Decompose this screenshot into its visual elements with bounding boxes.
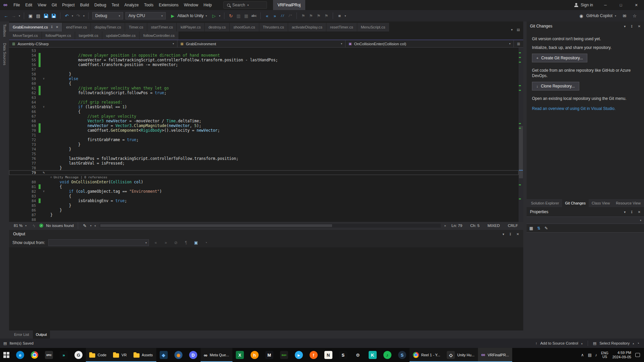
start-button[interactable] [0, 348, 13, 362]
start-caret-icon[interactable]: ▾ [219, 14, 220, 17]
tab-grabenvironment-cs[interactable]: GrabEnvironment.cs↧✕ [9, 23, 62, 32]
properties-pin-icon[interactable]: ↧ [630, 210, 633, 214]
medal-icon[interactable]: M [262, 348, 277, 362]
code-row[interactable]: 76 lastHandPos = followtrackingScript.co… [9, 156, 519, 161]
notifications-bell-icon[interactable]: ◔ [637, 341, 639, 345]
output-pin-icon[interactable]: ↧ [509, 232, 512, 236]
add-to-source-control-button[interactable]: Add to Source Control [540, 341, 578, 345]
properties-property-pages-icon[interactable]: ✎ [544, 226, 548, 231]
output-close-icon[interactable]: ✕ [517, 232, 519, 236]
comment-icon[interactable]: // [280, 12, 285, 19]
code-folder-window[interactable]: Code [86, 348, 110, 362]
bookmark-window-icon[interactable]: ⚑ [324, 12, 329, 19]
menu-window[interactable]: Window [181, 0, 201, 10]
git-pin-icon[interactable]: ↧ [630, 24, 633, 28]
firefox-icon[interactable]: f [306, 348, 321, 362]
code-row[interactable]: 80 void OnCollisionEnter(Collision col) [9, 180, 519, 184]
uncomment-icon[interactable]: /* [287, 12, 293, 19]
output-prev-message-icon[interactable]: « [152, 240, 159, 245]
new-file-icon[interactable]: ▣ [28, 12, 33, 19]
tab-displaytimer-cs[interactable]: displayTimer.cs [91, 23, 125, 32]
tab-starttimer-cs[interactable]: startTimer.cs [147, 23, 176, 32]
properties-object-combobox[interactable]: ▾ [527, 217, 644, 224]
search-box[interactable]: Search ▾ [223, 1, 267, 9]
code-row[interactable]: 71 [9, 133, 519, 137]
open-documents-list-icon[interactable]: ▾ [511, 28, 513, 32]
bh-photo-icon[interactable]: B&H [277, 348, 291, 362]
epic-games-icon[interactable]: EPIC [42, 348, 56, 362]
open-file-icon[interactable]: ▤ [36, 12, 41, 19]
bookmark-next-icon[interactable]: ⚑ [316, 12, 321, 19]
menu-extensions[interactable]: Extensions [156, 0, 181, 10]
github-copilot-button[interactable]: ◉ GitHub Copilot ▾ [579, 12, 616, 19]
steam-icon[interactable]: S [395, 348, 410, 362]
menu-test[interactable]: Test [109, 0, 122, 10]
sidebar-tab-toolbox[interactable]: Toolbox [3, 24, 7, 37]
reel-browser-window[interactable]: Reel 1 - Y... [410, 348, 443, 362]
tab-followplayer-cs[interactable]: followPlayer.cs [42, 32, 75, 40]
spell-check-icon[interactable]: abc [251, 12, 257, 19]
code-row[interactable]: 85 } [9, 203, 519, 208]
output-panel-body[interactable] [9, 247, 523, 330]
suno-icon[interactable]: S [336, 348, 351, 362]
notion-icon[interactable]: N [321, 348, 336, 362]
output-next-message-icon[interactable]: » [162, 240, 169, 245]
edge-browser-icon[interactable]: e [13, 348, 28, 362]
tray-app-icon[interactable]: ▤ [588, 353, 592, 357]
hscroll-right-arrow-icon[interactable]: ▸ [445, 224, 446, 227]
indent-decrease-icon[interactable]: « [264, 12, 270, 19]
code-row[interactable]: 61 //give player velocity when they let … [9, 86, 519, 90]
code-editor[interactable]: 5354 //move player position in opposite … [9, 48, 523, 222]
code-row[interactable]: 64 //if grip released: [9, 100, 519, 105]
code-row[interactable]: 67 //set player velocity [9, 114, 519, 119]
panel-tab-solution-explorer[interactable]: Solution Explorer [528, 199, 562, 207]
member-dropdown[interactable]: ▣ OnCollisionEnter(Collision col) ▾ [345, 40, 514, 47]
spotify-icon[interactable]: ♪ [380, 348, 395, 362]
github-desktop-icon[interactable]: G [71, 348, 86, 362]
save-icon[interactable] [43, 12, 49, 19]
bottom-tab-error-list[interactable]: Error List [11, 330, 32, 339]
blender-icon[interactable]: ◉ [171, 348, 186, 362]
discord-icon[interactable]: D [186, 348, 201, 362]
output-clear-all-icon[interactable]: ⊘ [172, 240, 179, 245]
menu-tools[interactable]: Tools [141, 0, 156, 10]
taskbar-clock[interactable]: 4:59 PM 2024-09-05 [612, 351, 631, 359]
code-row[interactable]: 77 lastGrabVal = isPressed; [9, 161, 519, 166]
tab-timer-cs[interactable]: Timer.cs [125, 23, 147, 32]
assets-folder-window[interactable]: Assets [130, 348, 156, 362]
redo-icon[interactable]: ↷ [75, 12, 81, 19]
redo-caret-icon[interactable]: ▾ [83, 14, 85, 17]
meta-quest-window[interactable]: ∞Meta Que... [201, 348, 232, 362]
notification-center-icon[interactable] [635, 353, 640, 357]
tab-activatedisplay-cs[interactable]: activateDisplay.cs [288, 23, 326, 32]
code-row[interactable]: 55 moveVector = followtrackingScript.con… [9, 58, 519, 62]
code-row[interactable]: 57 [9, 67, 519, 72]
code-row[interactable]: 54 //move player position in opposite di… [9, 53, 519, 58]
asset-store-icon[interactable]: ◆ [156, 348, 171, 362]
minimize-button[interactable]: ─ [598, 0, 613, 10]
tab-followcontroller-cs[interactable]: followController.cs [140, 32, 178, 40]
output-toggle-window-icon[interactable]: ▣ [193, 240, 199, 245]
close-button[interactable]: ✕ [629, 0, 644, 10]
toolbar-options-caret-icon[interactable]: ▾ [344, 14, 346, 17]
code-row[interactable]: 72 firstGrabFrame = true; [9, 137, 519, 142]
line-indicator[interactable]: Ln: 79 [449, 224, 465, 228]
bookmark-prev-icon[interactable]: ⚑ [308, 12, 314, 19]
menu-debug[interactable]: Debug [92, 0, 109, 10]
menu-file[interactable]: File [11, 0, 22, 10]
bookmark-toggle-icon[interactable]: ⚑ [301, 12, 306, 19]
output-word-wrap-icon[interactable]: ¶ [182, 240, 189, 245]
code-row[interactable]: 75 [9, 152, 519, 156]
attach-to-unity-button[interactable]: ▶ Attach to Unity ▾ [168, 12, 209, 20]
code-row[interactable]: 87} [9, 213, 519, 217]
git-window-position-icon[interactable]: ▾ [624, 24, 626, 28]
tab-options-icon[interactable]: ▤ [517, 28, 520, 32]
vr-folder-window[interactable]: VR [110, 348, 130, 362]
hot-reload-icon[interactable]: ↻ [228, 12, 233, 19]
code-row[interactable]: 56 camOffset.transform.position -= moveV… [9, 62, 519, 67]
code-row[interactable]: 88 [9, 217, 519, 222]
code-row[interactable]: 84 isGrabbingEnv = true; [9, 198, 519, 203]
code-row[interactable]: 62 followtrackingScript.followPos = true… [9, 90, 519, 95]
code-row[interactable]: 65∨ if (lastGrabVal == 1) [9, 105, 519, 109]
code-row[interactable]: 79✎ [9, 170, 519, 175]
